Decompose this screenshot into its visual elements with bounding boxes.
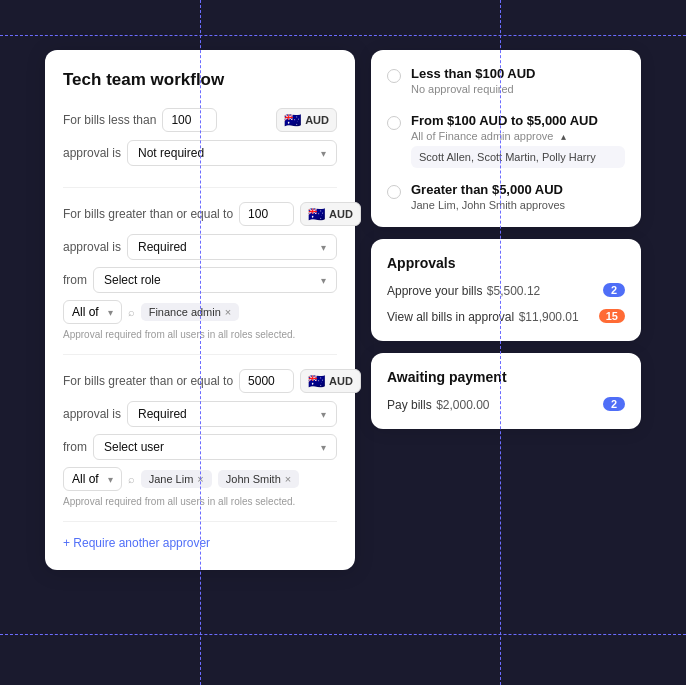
awaiting-row1-badge: 2 — [603, 397, 625, 411]
section1-approval-select[interactable]: Not required ▾ — [127, 140, 337, 166]
section3-all-dropdown[interactable]: All of ▾ — [63, 467, 122, 491]
section2-tag1-remove[interactable]: × — [225, 306, 231, 318]
approvals-row2[interactable]: View all bills in approval $11,900.01 15 — [387, 307, 625, 325]
section3-all-label: All of — [72, 472, 99, 486]
section3-from-value: Select user — [104, 440, 164, 454]
summary-row1-dot — [387, 69, 401, 83]
summary-panel: Less than $100 AUD No approval required … — [371, 50, 641, 227]
section3-from-label: from — [63, 440, 87, 454]
dashed-line-bottom — [0, 634, 686, 635]
section1-currency-badge: 🇦🇺 AUD — [276, 108, 337, 132]
section3-tag2-label: John Smith — [226, 473, 281, 485]
section3-tag2-remove[interactable]: × — [285, 473, 291, 485]
section3-approval-select[interactable]: Required ▾ — [127, 401, 337, 427]
approvals-row1-label: Approve your bills — [387, 284, 482, 298]
section2-amount-input[interactable] — [239, 202, 294, 226]
dashed-line-right — [500, 0, 501, 685]
section1-approval-value: Not required — [138, 146, 204, 160]
summary-row2-users: Scott Allen, Scott Martin, Polly Harry — [411, 146, 625, 168]
section2-approval-label: approval is — [63, 240, 121, 254]
section2-all-label: All of — [72, 305, 99, 319]
section2-all-dropdown[interactable]: All of ▾ — [63, 300, 122, 324]
summary-row1: Less than $100 AUD No approval required — [387, 66, 625, 99]
summary-row2-dot — [387, 116, 401, 130]
section2-from-value: Select role — [104, 273, 161, 287]
section3-from-select[interactable]: Select user ▾ — [93, 434, 337, 460]
section2-approval-value: Required — [138, 240, 187, 254]
summary-row1-info: Less than $100 AUD No approval required — [411, 66, 625, 99]
summary-row1-sub: No approval required — [411, 83, 625, 95]
section2-search-icon: ⌕ — [128, 306, 135, 318]
dashed-line-left — [200, 0, 201, 685]
awaiting-panel: Awaiting payment Pay bills $2,000.00 2 — [371, 353, 641, 429]
right-column: Less than $100 AUD No approval required … — [371, 50, 641, 429]
section3-from-chevron-icon: ▾ — [321, 442, 326, 453]
summary-row2-sub: All of Finance admin approve ▴ — [411, 130, 625, 142]
approvals-row1-badge: 2 — [603, 283, 625, 297]
approvals-row2-amount: $11,900.01 — [519, 310, 579, 324]
section2-approval-select[interactable]: Required ▾ — [127, 234, 337, 260]
section1-currency: AUD — [305, 114, 329, 126]
awaiting-row1-amount: $2,000.00 — [436, 398, 489, 412]
approvals-heading: Approvals — [387, 255, 625, 271]
section3-approval-label: approval is — [63, 407, 121, 421]
summary-row3-title: Greater than $5,000 AUD — [411, 182, 625, 197]
section2-from-chevron-icon: ▾ — [321, 275, 326, 286]
approvals-row2-badge: 15 — [599, 309, 625, 323]
approvals-row1[interactable]: Approve your bills $5,500.12 2 — [387, 281, 625, 299]
section1-approval-label: approval is — [63, 146, 121, 160]
awaiting-heading: Awaiting payment — [387, 369, 625, 385]
section1-chevron-icon: ▾ — [321, 148, 326, 159]
page-wrapper: Tech team workflow For bills less than 🇦… — [0, 0, 686, 685]
section2-from-label: from — [63, 273, 87, 287]
approvals-row1-amount: $5,500.12 — [487, 284, 540, 298]
section3-flag: 🇦🇺 — [308, 373, 325, 389]
section3-tag1: Jane Lim × — [141, 470, 212, 488]
section3-for-label: For bills greater than or equal to — [63, 374, 233, 388]
section1-amount-input[interactable] — [162, 108, 217, 132]
section3-all-chevron: ▾ — [108, 474, 113, 485]
summary-row2-chevron-up[interactable]: ▴ — [561, 131, 566, 142]
summary-row3: Greater than $5,000 AUD Jane Lim, John S… — [387, 182, 625, 211]
section3-tag2: John Smith × — [218, 470, 299, 488]
section2-for-label: For bills greater than or equal to — [63, 207, 233, 221]
section3-chevron-icon: ▾ — [321, 409, 326, 420]
dashed-line-top — [0, 35, 686, 36]
section3-approval-value: Required — [138, 407, 187, 421]
summary-row3-users: Jane Lim, John Smith approves — [411, 199, 625, 211]
section3-amount-input[interactable] — [239, 369, 294, 393]
awaiting-row1[interactable]: Pay bills $2,000.00 2 — [387, 395, 625, 413]
summary-row1-title: Less than $100 AUD — [411, 66, 625, 81]
approvals-panel: Approvals Approve your bills $5,500.12 2… — [371, 239, 641, 341]
approvals-row2-label: View all bills in approval — [387, 310, 514, 324]
section1-for-label: For bills less than — [63, 113, 156, 127]
section3-search-icon: ⌕ — [128, 473, 135, 485]
section3-currency-badge: 🇦🇺 AUD — [300, 369, 361, 393]
add-approver-label: + Require another approver — [63, 536, 210, 550]
section2-all-chevron: ▾ — [108, 307, 113, 318]
summary-row3-dot — [387, 185, 401, 199]
summary-row3-info: Greater than $5,000 AUD Jane Lim, John S… — [411, 182, 625, 211]
section3-currency: AUD — [329, 375, 353, 387]
awaiting-row1-label: Pay bills — [387, 398, 432, 412]
section2-from-select[interactable]: Select role ▾ — [93, 267, 337, 293]
section2-tag1-label: Finance admin — [149, 306, 221, 318]
section3-tag1-label: Jane Lim — [149, 473, 194, 485]
section2-flag: 🇦🇺 — [308, 206, 325, 222]
summary-row2-title: From $100 AUD to $5,000 AUD — [411, 113, 625, 128]
section2-tag1: Finance admin × — [141, 303, 240, 321]
summary-row2-info: From $100 AUD to $5,000 AUD All of Finan… — [411, 113, 625, 168]
section2-chevron-icon: ▾ — [321, 242, 326, 253]
summary-row2: From $100 AUD to $5,000 AUD All of Finan… — [387, 113, 625, 168]
section2-currency-badge: 🇦🇺 AUD — [300, 202, 361, 226]
section2-currency: AUD — [329, 208, 353, 220]
section1-flag: 🇦🇺 — [284, 112, 301, 128]
